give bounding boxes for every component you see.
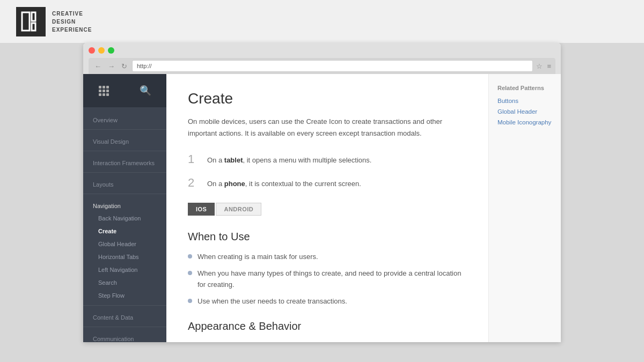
list-text-1: On a tablet, it opens a menu with multip… — [207, 152, 371, 166]
sidebar: 🔍 Overview Visual Design Interaction Fra… — [83, 74, 166, 342]
logo-box — [16, 7, 46, 36]
sidebar-item-create[interactable]: Create — [83, 225, 166, 238]
page-intro: On mobile devices, users can use the Cre… — [188, 116, 467, 139]
page-title: Create — [188, 90, 467, 107]
back-button[interactable]: ← — [93, 62, 103, 70]
nav-divider-1 — [83, 129, 166, 130]
when-to-use-title: When to Use — [188, 231, 467, 243]
sidebar-nav: Overview Visual Design Interaction Frame… — [83, 107, 166, 342]
search-icon: 🔍 — [140, 85, 151, 97]
main-content: Create On mobile devices, users can use … — [166, 74, 488, 342]
sidebar-item-search[interactable]: Search — [83, 276, 166, 289]
sidebar-icon-bar: 🔍 — [83, 74, 166, 107]
list-item: When creating is a main task for users. — [188, 252, 467, 263]
sidebar-item-content-data[interactable]: Content & Data — [83, 309, 166, 323]
browser-window: ← → ↻ ☆ ≡ 🔍 — [83, 43, 561, 342]
browser-content: 🔍 Overview Visual Design Interaction Fra… — [83, 74, 561, 342]
minimize-dot[interactable] — [98, 47, 105, 54]
sidebar-item-left-navigation[interactable]: Left Navigation — [83, 263, 166, 276]
address-bar[interactable] — [132, 60, 533, 72]
related-link-buttons[interactable]: Buttons — [497, 98, 552, 104]
bullet-icon — [188, 299, 192, 303]
numbered-item-1: 1 On a tablet, it opens a menu with mult… — [188, 152, 467, 166]
numbered-list: 1 On a tablet, it opens a menu with mult… — [188, 152, 467, 190]
numbered-item-2: 2 On a phone, it is contextual to the cu… — [188, 176, 467, 190]
when-to-use-list: When creating is a main task for users. … — [188, 252, 467, 307]
sidebar-item-back-navigation[interactable]: Back Navigation — [83, 212, 166, 225]
list-number-2: 2 — [188, 176, 199, 190]
svg-rect-0 — [22, 12, 30, 31]
related-link-global-header[interactable]: Global Header — [497, 108, 552, 115]
bullet-icon — [188, 271, 192, 275]
appearance-title: Appearance & Behavior — [188, 320, 467, 333]
nav-divider-2 — [83, 151, 166, 151]
logo-icon — [21, 11, 41, 32]
close-dot[interactable] — [89, 47, 95, 54]
sidebar-item-interaction-frameworks[interactable]: Interaction Frameworks — [83, 154, 166, 169]
sidebar-item-step-flow[interactable]: Step Flow — [83, 289, 166, 302]
toolbar-icons: ☆ ≡ — [536, 62, 551, 70]
tab-ios[interactable]: IOS — [188, 203, 215, 216]
sidebar-item-layouts[interactable]: Layouts — [83, 176, 166, 190]
refresh-button[interactable]: ↻ — [120, 62, 129, 70]
sidebar-item-navigation[interactable]: Navigation — [83, 197, 166, 212]
nav-divider-3 — [83, 172, 166, 173]
nav-divider-4 — [83, 194, 166, 194]
browser-toolbar: ← → ↻ ☆ ≡ — [89, 58, 555, 74]
sidebar-item-communication[interactable]: Communication — [83, 330, 166, 342]
search-button[interactable]: 🔍 — [125, 80, 167, 101]
svg-rect-1 — [32, 12, 35, 21]
sidebar-item-visual-design[interactable]: Visual Design — [83, 133, 166, 147]
list-item-text: When creating is a main task for users. — [197, 252, 318, 263]
list-item-text: Use when the user needs to create transa… — [197, 296, 347, 307]
list-item: Use when the user needs to create transa… — [188, 296, 467, 307]
browser-titlebar — [89, 47, 555, 54]
forward-button[interactable]: → — [106, 62, 116, 70]
list-item-text: When you have many types of things to cr… — [197, 268, 467, 291]
bookmark-icon[interactable]: ☆ — [536, 62, 543, 70]
maximize-dot[interactable] — [108, 47, 114, 54]
top-bar: CREATIVE DESIGN EXPERIENCE — [0, 0, 644, 43]
right-panel: Related Patterns Buttons Global Header M… — [488, 74, 561, 342]
sidebar-item-horizontal-tabs[interactable]: Horizontal Tabs — [83, 250, 166, 263]
related-patterns-title: Related Patterns — [497, 85, 552, 91]
list-text-2: On a phone, it is contextual to the curr… — [207, 176, 361, 190]
list-number-1: 1 — [188, 152, 199, 166]
menu-icon[interactable]: ≡ — [547, 62, 551, 70]
list-item: When you have many types of things to cr… — [188, 268, 467, 291]
brand-tagline: CREATIVE DESIGN EXPERIENCE — [52, 10, 92, 34]
grid-menu-button[interactable] — [83, 82, 125, 100]
bullet-icon — [188, 254, 192, 258]
sidebar-item-global-header[interactable]: Global Header — [83, 238, 166, 250]
related-link-mobile-iconography[interactable]: Mobile Iconography — [497, 119, 552, 125]
svg-rect-2 — [32, 23, 35, 31]
nav-divider-5 — [83, 305, 166, 306]
tab-android[interactable]: ANDROID — [216, 203, 261, 216]
tab-bar: IOS ANDROID — [188, 203, 467, 216]
browser-chrome: ← → ↻ ☆ ≡ — [83, 43, 561, 74]
grid-icon — [99, 86, 109, 96]
nav-divider-6 — [83, 327, 166, 327]
sidebar-item-overview[interactable]: Overview — [83, 112, 166, 126]
